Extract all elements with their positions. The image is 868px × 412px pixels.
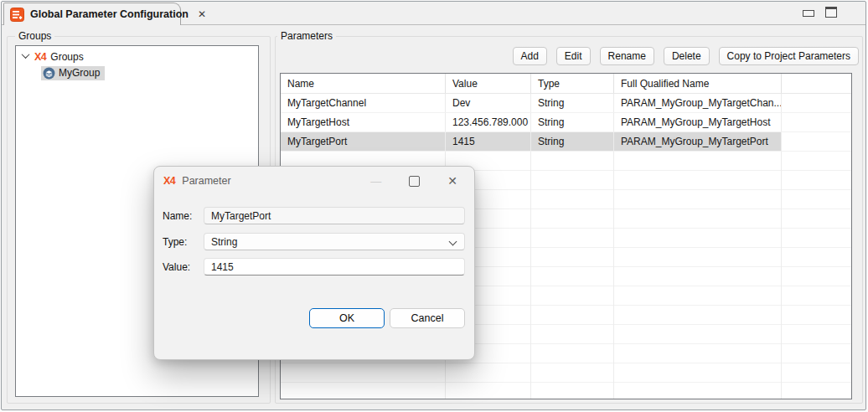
value-label: Value: [163, 261, 190, 273]
column-header-type[interactable]: Type [531, 74, 614, 93]
cell-empty [782, 132, 851, 151]
name-field [204, 207, 465, 224]
type-dropdown-value: String [211, 236, 237, 248]
tree-item-groups-root[interactable]: X4 Groups [21, 49, 258, 64]
table-row[interactable]: MyTargetHost 123.456.789.000 String PARA… [281, 113, 851, 132]
chevron-down-icon[interactable] [22, 50, 30, 59]
delete-button[interactable]: Delete [664, 47, 710, 65]
cell-type[interactable]: String [531, 94, 614, 112]
column-header-value[interactable]: Value [446, 74, 531, 93]
x4-logo-icon: X4 [34, 51, 46, 63]
cell-name[interactable]: MyTargetChannel [281, 94, 446, 112]
groups-panel-label: Groups [15, 30, 54, 42]
column-header-name[interactable]: Name [281, 74, 446, 93]
tab-title: Global Parameter Configuration [30, 8, 189, 20]
tab-global-parameter-configuration[interactable]: Global Parameter Configuration ✕ [3, 3, 181, 25]
column-header-empty [782, 74, 851, 93]
column-header-fqn[interactable]: Full Qualified Name [614, 74, 782, 93]
cell-type[interactable]: String [531, 113, 614, 131]
value-input[interactable] [204, 258, 465, 276]
group-layers-icon [43, 67, 55, 80]
ok-button[interactable]: OK [309, 308, 385, 328]
cell-value[interactable]: Dev [446, 94, 531, 112]
dialog-maximize-icon[interactable] [409, 176, 420, 187]
cell-fqn[interactable]: PARAM_MyGroup_MyTargetPort [614, 132, 782, 151]
parameter-config-icon [10, 8, 24, 22]
cell-value[interactable]: 1415 [446, 132, 531, 151]
tab-bar: Global Parameter Configuration ✕ [2, 2, 865, 25]
cell-name[interactable]: MyTargetPort [281, 132, 446, 151]
cell-fqn[interactable]: PARAM_MyGroup_MyTargetHost [614, 113, 782, 131]
dialog-close-icon[interactable]: ✕ [447, 175, 457, 187]
dialog-title: Parameter [182, 175, 230, 187]
cell-empty [782, 113, 851, 131]
tab-close-icon[interactable]: ✕ [198, 9, 206, 19]
type-label: Type: [163, 236, 187, 248]
cell-empty [782, 94, 851, 112]
table-row[interactable]: MyTargetChannel Dev String PARAM_MyGroup… [281, 94, 851, 113]
dialog-minimize-icon: — [370, 176, 381, 187]
minimize-view-icon[interactable] [803, 10, 814, 17]
cell-type[interactable]: String [531, 132, 614, 151]
tree-root-label: Groups [50, 51, 83, 63]
app-window: Global Parameter Configuration ✕ Groups … [1, 1, 866, 410]
table-row-selected[interactable]: MyTargetPort 1415 String PARAM_MyGroup_M… [281, 132, 851, 152]
edit-button[interactable]: Edit [556, 47, 591, 65]
chevron-down-icon [449, 238, 457, 246]
parameter-dialog: X4 Parameter — ✕ Name: Type: String Valu… [153, 166, 475, 360]
add-button[interactable]: Add [513, 47, 547, 65]
cell-name[interactable]: MyTargetHost [281, 113, 446, 131]
cancel-button[interactable]: Cancel [390, 308, 465, 328]
x4-logo-icon: X4 [163, 175, 175, 187]
maximize-view-icon[interactable] [825, 7, 837, 18]
parameters-toolbar: Add Edit Rename Delete Copy to Project P… [513, 47, 860, 65]
cell-value[interactable]: 123.456.789.000 [446, 113, 531, 131]
cell-fqn[interactable]: PARAM_MyGroup_MyTargetChan... [614, 94, 782, 112]
dialog-titlebar[interactable]: X4 Parameter — ✕ [154, 167, 474, 195]
parameters-panel-label: Parameters [277, 30, 336, 42]
type-dropdown[interactable]: String [204, 233, 465, 250]
tree-selection[interactable]: MyGroup [41, 66, 105, 80]
rename-button[interactable]: Rename [600, 47, 654, 65]
tree-child-label: MyGroup [59, 67, 100, 79]
copy-to-project-parameters-button[interactable]: Copy to Project Parameters [719, 47, 859, 65]
name-label: Name: [163, 210, 192, 222]
table-header-row: Name Value Type Full Qualified Name [281, 74, 851, 94]
tree-item-mygroup[interactable]: MyGroup [41, 65, 258, 80]
